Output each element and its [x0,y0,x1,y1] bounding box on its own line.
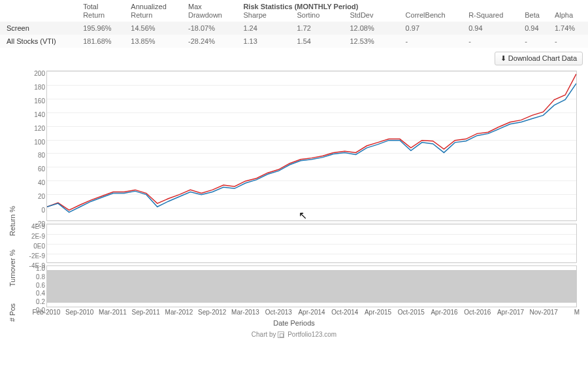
chart-attribution: Chart by Portfolio123.com [6,331,582,338]
date-xticks: Feb-2010Sep-2010Mar-2011Sep-2011Mar-2012… [46,309,577,318]
risk-section-header: Risk Statistics (MONTHLY Period) [239,0,401,11]
download-icon: ⬇ [500,54,506,63]
series-all-stocks-vti- [47,84,576,212]
col-max: Max [184,0,239,11]
chart-container: ↖ Return % -2002040608010012014016018020… [6,71,582,338]
portfolio123-logo-icon [278,332,284,338]
stats-row: All Stocks (VTI)181.68%13.85%-28.24%1.13… [0,35,588,48]
return-panel[interactable] [46,71,577,221]
stats-header-row1: Total Annualized Max Risk Statistics (MO… [0,0,588,11]
xlabel: Date Periods [6,319,582,327]
turnover-panel[interactable] [46,224,577,263]
risk-stats-table: Total Annualized Max Risk Statistics (MO… [0,0,588,48]
turnover-ylabel: Turnover % [8,250,16,286]
return-yticks: -20020406080100120140160180200 [25,73,45,224]
stats-header-row2: Return Return Drawdown Sharpe Sortino St… [0,11,588,22]
pos-ylabel: # Pos [8,303,16,322]
pos-fill [47,270,576,303]
download-chart-data-button[interactable]: ⬇Download Chart Data [495,52,583,65]
stats-row: Screen195.96%14.56%-18.07%1.241.7212.08%… [0,22,588,35]
pos-panel[interactable] [46,265,577,307]
col-total: Total [79,0,127,11]
turnover-yticks: 4E-92E-90E0-2E-9-4E-9 [25,226,45,265]
return-ylabel: Return % [8,206,16,236]
pos-yticks: 1.00.80.60.40.20.0 [25,268,45,310]
series-screen [47,74,576,210]
col-annualized: Annualized [127,0,184,11]
